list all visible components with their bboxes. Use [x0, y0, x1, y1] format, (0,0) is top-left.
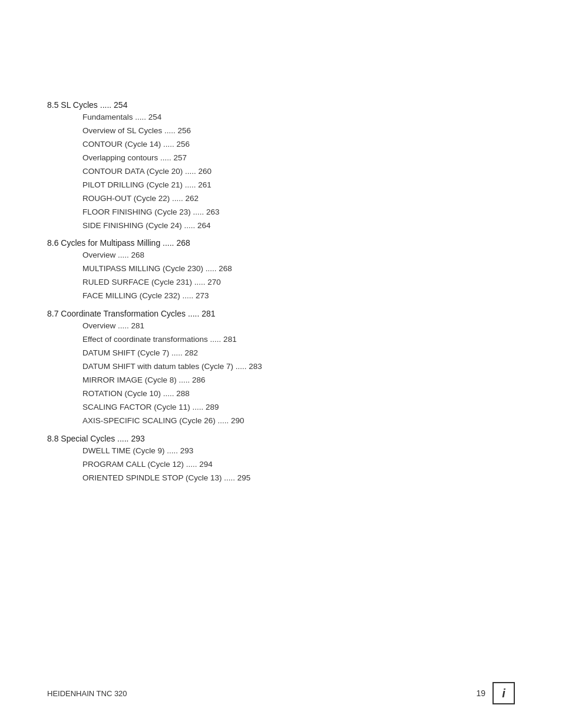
- toc-item: AXIS-SPECIFIC SCALING (Cycle 26) ..... 2…: [82, 414, 515, 428]
- toc-item: ROUGH-OUT (Cycle 22) ..... 262: [82, 192, 515, 206]
- footer-brand: HEIDENHAIN TNC 320: [47, 689, 127, 698]
- toc-item: FLOOR FINISHING (Cycle 23) ..... 263: [82, 206, 515, 219]
- section-header-special-cycles: 8.8 Special Cycles ..... 293: [47, 434, 515, 443]
- toc-item: ROTATION (Cycle 10) ..... 288: [82, 387, 515, 401]
- toc-item: DATUM SHIFT (Cycle 7) ..... 282: [82, 347, 515, 360]
- toc-item: DWELL TIME (Cycle 9) ..... 293: [82, 444, 515, 458]
- info-icon: i: [502, 687, 505, 700]
- page-number: 19: [476, 689, 485, 698]
- toc-item: DATUM SHIFT with datum tables (Cycle 7) …: [82, 360, 515, 374]
- section-header-multipass-milling: 8.6 Cycles for Multipass Milling ..... 2…: [47, 238, 515, 248]
- toc-item: RULED SURFACE (Cycle 231) ..... 270: [82, 276, 515, 289]
- toc-section-special-cycles: 8.8 Special Cycles ..... 293DWELL TIME (…: [47, 434, 515, 485]
- toc-section-sl-cycles: 8.5 SL Cycles ..... 254Fundamentals ....…: [47, 100, 515, 232]
- section-items-coord-transform: Overview ..... 281Effect of coordinate t…: [47, 319, 515, 428]
- toc-item: Overlapping contours ..... 257: [82, 151, 515, 165]
- toc-item: CONTOUR (Cycle 14) ..... 256: [82, 138, 515, 151]
- page-footer: HEIDENHAIN TNC 320 19 i: [0, 682, 562, 704]
- section-header-coord-transform: 8.7 Coordinate Transformation Cycles ...…: [47, 309, 515, 318]
- section-items-special-cycles: DWELL TIME (Cycle 9) ..... 293PROGRAM CA…: [47, 444, 515, 485]
- toc-item: Overview of SL Cycles ..... 256: [82, 124, 515, 138]
- toc-item: PROGRAM CALL (Cycle 12) ..... 294: [82, 458, 515, 472]
- toc-item: MULTIPASS MILLING (Cycle 230) ..... 268: [82, 262, 515, 276]
- toc-item: Overview ..... 268: [82, 249, 515, 262]
- page-content: 8.5 SL Cycles ..... 254Fundamentals ....…: [0, 0, 562, 533]
- toc-item: ORIENTED SPINDLE STOP (Cycle 13) ..... 2…: [82, 472, 515, 485]
- section-items-multipass-milling: Overview ..... 268MULTIPASS MILLING (Cyc…: [47, 249, 515, 303]
- section-header-sl-cycles: 8.5 SL Cycles ..... 254: [47, 100, 515, 110]
- section-items-sl-cycles: Fundamentals ..... 254Overview of SL Cyc…: [47, 111, 515, 232]
- toc-item: SCALING FACTOR (Cycle 11) ..... 289: [82, 401, 515, 414]
- toc-item: Fundamentals ..... 254: [82, 111, 515, 124]
- toc-item: FACE MILLING (Cycle 232) ..... 273: [82, 289, 515, 303]
- toc-item: MIRROR IMAGE (Cycle 8) ..... 286: [82, 374, 515, 387]
- toc-item: Overview ..... 281: [82, 319, 515, 333]
- toc-item: PILOT DRILLING (Cycle 21) ..... 261: [82, 179, 515, 192]
- toc-section-multipass-milling: 8.6 Cycles for Multipass Milling ..... 2…: [47, 238, 515, 303]
- toc-item: Effect of coordinate transformations ...…: [82, 333, 515, 347]
- toc-item: CONTOUR DATA (Cycle 20) ..... 260: [82, 165, 515, 179]
- info-box: i: [492, 682, 515, 704]
- toc-item: SIDE FINISHING (Cycle 24) ..... 264: [82, 219, 515, 233]
- footer-right: 19 i: [476, 682, 515, 704]
- toc-section-coord-transform: 8.7 Coordinate Transformation Cycles ...…: [47, 309, 515, 428]
